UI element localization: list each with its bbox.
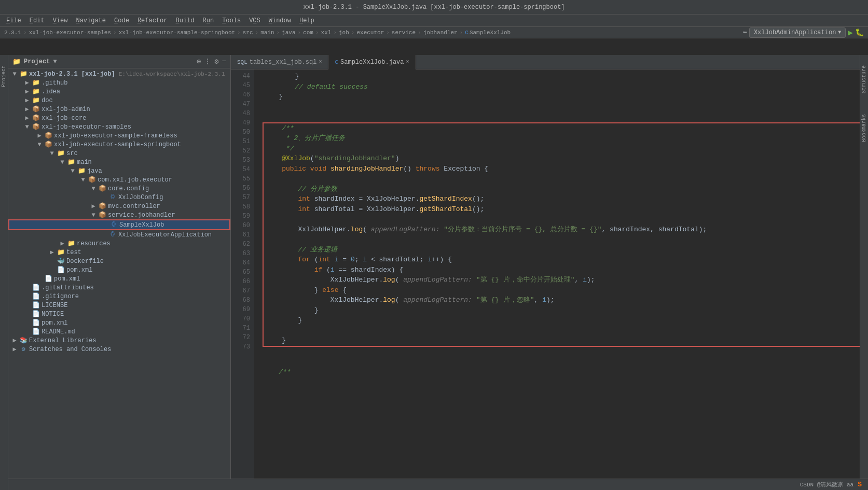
menu-edit[interactable]: Edit (25, 16, 49, 25)
csdn-logo: S (858, 481, 862, 488)
breadcrumb-main[interactable]: main (260, 30, 274, 36)
breadcrumb-com[interactable]: com (303, 30, 313, 36)
project-panel-header: 📁 Project ▼ ⊕ ⋮ ⚙ − (8, 55, 230, 68)
menu-view[interactable]: View (49, 16, 72, 25)
menu-run[interactable]: Run (199, 16, 218, 25)
project-folder-icon: 📁 (12, 58, 21, 66)
admin-folder-icon: 📦 (31, 105, 40, 113)
tree-springboot[interactable]: ▼ 📦 xxl-job-executor-sample-springboot (8, 140, 230, 149)
project-panel: 📁 Project ▼ ⊕ ⋮ ⚙ − ▼ 📁 xxl-job-2.3.1 [x… (8, 55, 231, 490)
left-sidebar-strip: Project (0, 55, 8, 490)
tree-pom-samples[interactable]: ▶ 📄 pom.xml (8, 274, 230, 283)
menu-vcs[interactable]: VCS (245, 16, 265, 25)
code-line-53: public void shardingJobHandler() throws … (266, 164, 863, 174)
project-icon2[interactable]: ⋮ (204, 57, 211, 66)
code-line-59: XxlJobHelper.log( appendLogPattern: "分片参… (266, 225, 863, 235)
menu-tools[interactable]: Tools (218, 16, 245, 25)
menu-refactor[interactable]: Refactor (133, 16, 172, 25)
menu-navigate[interactable]: Navigate (72, 16, 110, 25)
menu-window[interactable]: Window (265, 16, 295, 25)
nav-back-icon[interactable]: ⬅ (742, 28, 747, 37)
tree-scratches[interactable]: ▶ ⚙ Scratches and Consoles (8, 345, 230, 354)
tree-external-libs[interactable]: ▶ 📚 External Libraries (8, 336, 230, 345)
breadcrumb-class-icon: C (465, 30, 469, 36)
project-tree: ▼ 📁 xxl-job-2.3.1 [xxl-job] E:\idea-work… (8, 68, 230, 490)
menu-help[interactable]: Help (295, 16, 319, 25)
tree-xxljobconfig[interactable]: ▶ © XxlJobConfig (8, 193, 230, 202)
tree-com-xxl[interactable]: ▼ 📦 com.xxl.job.executor (8, 175, 230, 184)
tree-pom-root[interactable]: ▶ 📄 pom.xml (8, 318, 230, 327)
tree-resources[interactable]: ▶ 📁 resources (8, 239, 230, 248)
tree-test[interactable]: ▶ 📁 test (8, 248, 230, 257)
tree-main[interactable]: ▼ 📁 main (8, 158, 230, 166)
breadcrumb-executor-samples[interactable]: xxl-job-executor-samples (29, 30, 111, 36)
debug-button[interactable]: 🐛 (855, 28, 864, 37)
tree-core-config[interactable]: ▼ 📦 core.config (8, 184, 230, 193)
tree-gitattributes[interactable]: ▶ 📄 .gitattributes (8, 283, 230, 292)
structure-label[interactable]: Structure (861, 65, 867, 93)
external-libs-icon: 📚 (19, 337, 28, 344)
tree-license[interactable]: ▶ 📄 LICENSE (8, 301, 230, 310)
run-config-selector[interactable]: XxlJobAdminApplication ▼ (749, 27, 846, 38)
tree-service-jobhandler[interactable]: ▼ 📦 service.jobhandler (8, 211, 230, 219)
tree-idea[interactable]: ▶ 📁 .idea (8, 87, 230, 96)
project-icon1[interactable]: ⊕ (197, 57, 201, 66)
breadcrumb-executor[interactable]: executor (356, 30, 384, 36)
breadcrumb-class[interactable]: SampleXxlJob (470, 30, 511, 36)
tree-notice[interactable]: ▶ 📄 NOTICE (8, 310, 230, 318)
project-icon4[interactable]: − (222, 57, 226, 66)
tree-doc[interactable]: ▶ 📁 doc (8, 96, 230, 105)
menu-code[interactable]: Code (110, 16, 133, 25)
code-line-55: // 分片参数 (266, 184, 863, 194)
tree-mvc-controller[interactable]: ▶ 📦 mvc.controller (8, 202, 230, 211)
tab-sql[interactable]: SQL tables_xxl_job.sql × (231, 55, 328, 69)
breadcrumb-java[interactable]: java (282, 30, 295, 36)
breadcrumb-src[interactable]: src (243, 30, 253, 36)
tree-gitignore[interactable]: ▶ 📄 .gitignore (8, 292, 230, 301)
run-button[interactable]: ▶ (848, 27, 853, 38)
tree-xxljobexecutorapp[interactable]: ▶ © XxlJobExecutorApplication (8, 230, 230, 239)
tree-samplexxljob[interactable]: ▶ © SampleXxlJob (8, 219, 230, 230)
breadcrumb-jobhandler[interactable]: jobhandler (423, 30, 458, 36)
breadcrumb-springboot[interactable]: xxl-job-executor-sample-springboot (119, 30, 235, 36)
breadcrumb-version[interactable]: 2.3.1 (4, 30, 21, 36)
tree-pom-springboot[interactable]: ▶ 📄 pom.xml (8, 265, 230, 274)
tree-admin[interactable]: ▶ 📦 xxl-job-admin (8, 105, 230, 114)
bookmarks-label[interactable]: Bookmarks (861, 114, 867, 142)
tree-src[interactable]: ▼ 📁 src (8, 149, 230, 158)
menu-build[interactable]: Build (172, 16, 199, 25)
tree-github[interactable]: ▶ 📁 .github (8, 78, 230, 87)
tree-java[interactable]: ▼ 📁 java (8, 166, 230, 175)
code-area[interactable]: } // default success } /** * 2、分片广播任务 */… (254, 69, 868, 490)
editor-content: 44 45 46 47 48 49 50 51 52 53 54 55 56 5… (231, 69, 868, 490)
github-folder-icon: 📁 (31, 79, 40, 87)
java-tab-icon: C (335, 59, 338, 65)
pom-samples-icon: 📄 (44, 275, 53, 283)
doc-folder-icon: 📁 (31, 96, 40, 104)
tree-core[interactable]: ▶ 📦 xxl-job-core (8, 114, 230, 122)
project-dropdown-arrow[interactable]: ▼ (53, 58, 57, 65)
sql-tab-close[interactable]: × (319, 59, 322, 65)
java-tab-close[interactable]: × (406, 59, 409, 65)
run-config-label: XxlJobAdminApplication (754, 29, 836, 36)
code-line-62: for (int i = 0; i < shardTotal; i++) { (266, 255, 863, 265)
main-folder-icon: 📁 (66, 158, 76, 166)
project-icon3[interactable]: ⚙ (214, 57, 218, 66)
gitattributes-icon: 📄 (31, 284, 40, 291)
tree-readme[interactable]: ▶ 📄 README.md (8, 327, 230, 336)
tree-root[interactable]: ▼ 📁 xxl-job-2.3.1 [xxl-job] E:\idea-work… (8, 69, 230, 78)
code-line-56: int shardIndex = XxlJobHelper.getShardIn… (266, 194, 863, 204)
breadcrumb-service[interactable]: service (392, 30, 416, 36)
tree-executor-samples[interactable]: ▼ 📦 xxl-job-executor-samples (8, 122, 230, 131)
tree-dockerfile[interactable]: ▶ 🐳 Dockerfile (8, 257, 230, 265)
breadcrumb-job[interactable]: job (339, 30, 349, 36)
tab-java[interactable]: C SampleXxlJob.java × (328, 55, 416, 69)
main-layout: Project 📁 Project ▼ ⊕ ⋮ ⚙ − ▼ 📁 xxl-job-… (0, 55, 868, 490)
idea-folder-icon: 📁 (31, 88, 40, 95)
tree-frameless[interactable]: ▶ 📦 xxl-job-executor-sample-frameless (8, 131, 230, 140)
project-sidebar-label[interactable]: Project (1, 65, 7, 87)
breadcrumb-xxl[interactable]: xxl (321, 30, 332, 36)
breadcrumb-bar: 2.3.1 › xxl-job-executor-samples › xxl-j… (0, 27, 868, 38)
title-text: xxl-job-2.3.1 - SampleXxlJob.java [xxl-j… (303, 4, 564, 11)
menu-file[interactable]: File (2, 16, 25, 25)
